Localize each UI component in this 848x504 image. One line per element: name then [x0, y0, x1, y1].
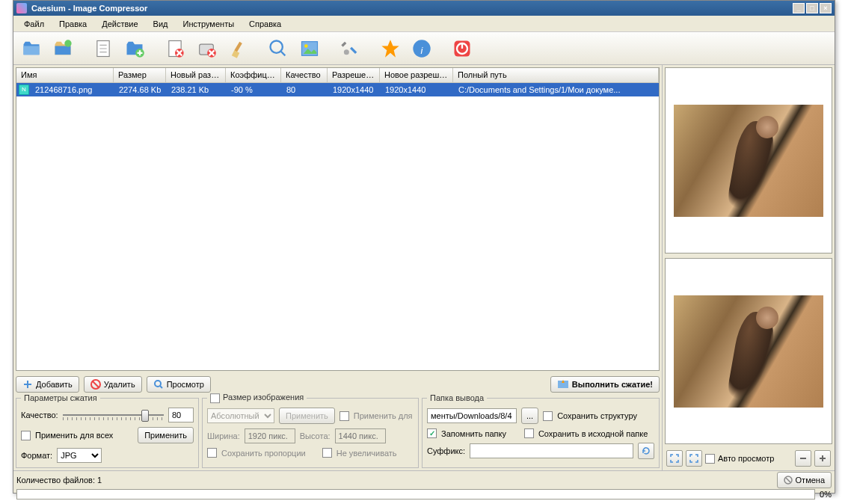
menu-action[interactable]: Действие — [94, 17, 145, 31]
add-label: Добавить — [36, 380, 73, 389]
preview-label: Просмотр — [167, 380, 204, 389]
add-folder-button[interactable] — [121, 35, 148, 62]
resize-title: Размер изображения — [223, 393, 304, 402]
cancel-button[interactable]: Отмена — [777, 472, 832, 488]
col-quality[interactable]: Качество — [281, 68, 328, 82]
svg-point-0 — [64, 40, 71, 46]
power-button[interactable] — [449, 35, 476, 62]
compression-title: Параметры сжатия — [21, 393, 100, 402]
remove-folder-button[interactable] — [193, 35, 220, 62]
add-doc-button[interactable] — [90, 35, 117, 62]
apply-quality-button[interactable]: Применить — [138, 427, 194, 443]
add-button[interactable]: Добавить — [16, 376, 79, 393]
col-path[interactable]: Полный путь — [453, 68, 659, 82]
zoom-out-button[interactable] — [795, 450, 811, 467]
resize-apply-for-label: Применить для — [354, 411, 413, 420]
open-file-button[interactable] — [18, 35, 45, 62]
suffix-input[interactable] — [470, 443, 633, 458]
cell-quality: 80 — [282, 85, 328, 94]
menu-help[interactable]: Справка — [242, 17, 289, 31]
col-ratio[interactable]: Коэффициент — [226, 68, 281, 82]
quality-input[interactable] — [168, 408, 194, 422]
apply-all-checkbox[interactable] — [21, 431, 31, 440]
col-name[interactable]: Имя — [16, 68, 114, 82]
app-icon — [16, 3, 27, 13]
format-select[interactable]: JPG — [57, 448, 102, 463]
menu-file[interactable]: Файл — [16, 17, 52, 31]
col-newres[interactable]: Новое разрешение — [380, 68, 453, 82]
save-source-checkbox[interactable] — [524, 428, 534, 438]
col-size[interactable]: Размер — [114, 68, 166, 82]
svg-point-9 — [304, 44, 308, 48]
preview-button-tb[interactable] — [265, 35, 292, 62]
suffix-reset-button[interactable] — [638, 443, 654, 459]
preview-before — [665, 67, 832, 253]
minimize-button[interactable]: _ — [793, 3, 805, 13]
resize-panel: Размер изображения Абсолютный Применить … — [202, 398, 419, 468]
cell-name: 212468716.png — [31, 85, 114, 94]
info-button[interactable]: i — [408, 35, 435, 62]
fullscreen-button[interactable] — [686, 450, 702, 467]
remove-label: Удалить — [104, 380, 135, 389]
preview-image-after — [674, 295, 823, 408]
file-type-icon: N — [19, 84, 29, 95]
table-row[interactable]: N 212468716.png 2274.68 Kb 238.21 Kb -90… — [16, 83, 659, 96]
preview-pane: Авто просмотр — [663, 65, 835, 470]
menu-view[interactable]: Вид — [146, 17, 176, 31]
quality-label: Качество: — [21, 411, 58, 420]
clear-button[interactable] — [224, 35, 251, 62]
preview-button[interactable]: Просмотр — [147, 376, 211, 393]
menu-edit[interactable]: Правка — [52, 17, 94, 31]
save-source-label: Сохранить в исходной папке — [538, 429, 648, 438]
compress-button[interactable]: Выполнить сжатие! — [550, 376, 660, 393]
resize-apply-button[interactable]: Применить — [279, 408, 335, 424]
height-input[interactable] — [335, 428, 386, 443]
remove-doc-button[interactable] — [162, 35, 188, 62]
browse-button[interactable]: ... — [521, 408, 538, 424]
cell-size: 2274.68 Kb — [114, 85, 167, 94]
open-folder-button[interactable] — [49, 35, 76, 62]
no-enlarge-checkbox[interactable] — [322, 448, 332, 458]
compress-label: Выполнить сжатие! — [572, 380, 653, 389]
no-enlarge-label: Не увеличивать — [337, 449, 397, 458]
remember-checkbox[interactable] — [427, 428, 437, 438]
menu-tools[interactable]: Инструменты — [175, 17, 242, 31]
col-newsize[interactable]: Новый размер — [166, 68, 226, 82]
keep-ratio-label: Сохранить пропорции — [221, 449, 306, 458]
col-res[interactable]: Разрешение — [328, 68, 380, 82]
resize-apply-for-checkbox[interactable] — [339, 411, 349, 421]
cell-path: C:/Documents and Settings/1/Мои докуме..… — [454, 85, 659, 94]
file-count-label: Количество файлов: 1 — [16, 476, 102, 485]
maximize-button[interactable]: □ — [806, 3, 818, 13]
svg-point-16 — [155, 381, 161, 387]
resize-enable-checkbox[interactable] — [210, 393, 220, 403]
file-list[interactable]: Имя Размер Новый размер Коэффициент Каче… — [16, 67, 660, 371]
auto-preview-checkbox[interactable] — [705, 454, 715, 464]
remember-label: Запомнить папку — [441, 429, 506, 438]
preview-after — [665, 258, 832, 444]
progress-label: 0% — [820, 490, 832, 499]
menubar: Файл Правка Действие Вид Инструменты Спр… — [13, 16, 835, 32]
zoom-in-button[interactable] — [814, 450, 831, 467]
fit-button[interactable] — [666, 450, 683, 467]
keep-structure-checkbox[interactable] — [543, 411, 553, 421]
close-button[interactable]: × — [820, 3, 832, 13]
settings-button[interactable] — [337, 35, 363, 62]
image-button[interactable] — [296, 35, 323, 62]
output-title: Папка вывода — [427, 393, 487, 402]
width-label: Ширина: — [207, 431, 240, 440]
svg-point-7 — [271, 40, 283, 52]
cell-res: 1920x1440 — [328, 85, 381, 94]
keep-structure-label: Сохранить структуру — [557, 411, 637, 420]
remove-button[interactable]: Удалить — [84, 376, 142, 393]
cell-newsize: 238.21 Kb — [167, 85, 227, 94]
compression-panel: Параметры сжатия Качество: П — [16, 398, 199, 468]
width-input[interactable] — [245, 428, 295, 443]
keep-ratio-checkbox[interactable] — [207, 448, 217, 458]
titlebar[interactable]: Caesium - Image Compressor _ □ × — [13, 1, 835, 16]
output-path-input[interactable] — [427, 408, 517, 423]
quality-slider[interactable] — [63, 408, 164, 422]
star-button[interactable] — [377, 35, 404, 62]
cell-ratio: -90 % — [227, 85, 282, 94]
resize-mode-select[interactable]: Абсолютный — [207, 408, 274, 423]
